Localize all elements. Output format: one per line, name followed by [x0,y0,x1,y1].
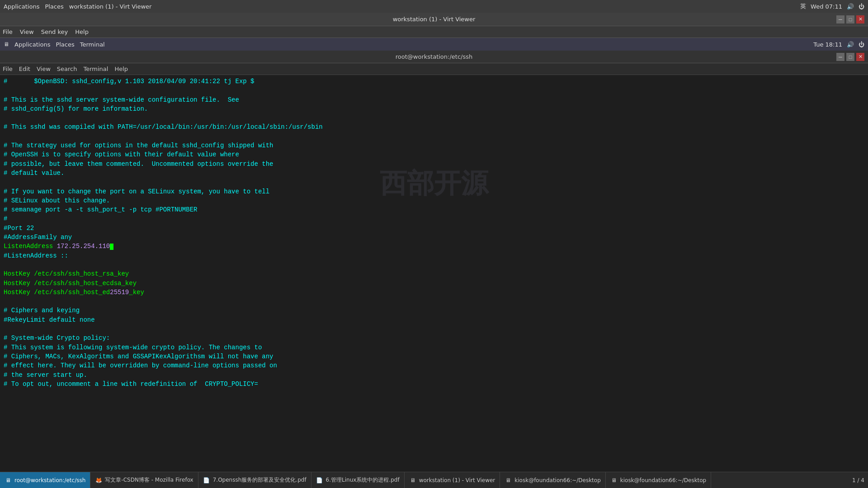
vm-power-icon[interactable]: ⏻ [859,41,864,48]
terminal-line-26: # Ciphers and keying [4,306,864,315]
virt-titlebar: workstation (1) - Virt Viewer ─ □ ✕ [0,13,868,26]
vm-applications-label[interactable]: Applications [14,41,50,48]
terminal-menu-search[interactable]: Search [57,66,77,72]
virt-window-title: workstation (1) - Virt Viewer [393,16,476,23]
terminal-menu-help[interactable]: Help [114,66,128,72]
terminal-line-8: # The strategy used for options in the d… [4,141,864,150]
terminal-line-17: #Port 22 [4,224,864,233]
taskbar-item-firefox[interactable]: 🦊 写文章-CSDN博客 - Mozilla Firefox [90,472,198,488]
terminal-line-31: # Ciphers, MACs, KexAlgoritms and GSSAPI… [4,352,864,361]
taskbar-kiosk1-label: kiosk@foundation66:~/Desktop [514,477,600,483]
terminal-titlebar-controls: ─ □ ✕ [836,53,864,61]
terminal-line-2 [4,86,864,95]
system-bar: Applications Places workstation (1) - Vi… [0,0,868,13]
virt-menu-view[interactable]: View [20,28,34,35]
terminal-line-6: # This sshd was compiled with PATH=/usr/… [4,122,864,131]
terminal-content[interactable]: 西部开源 # $OpenBSD: sshd_config,v 1.103 201… [0,75,868,472]
taskbar-item-pdf2[interactable]: 📄 6.管理Linux系统中的进程.pdf [311,472,405,488]
firefox-taskbar-icon: 🦊 [95,477,102,484]
virt-taskbar-icon: 🖥 [409,477,416,484]
terminal-line-11: # default value. [4,169,864,178]
terminal-line-9: # OpenSSH is to specify options with the… [4,150,864,159]
virt-menu-sendkey[interactable]: Send key [41,28,68,35]
terminal-minimize-button[interactable]: ─ [836,53,844,61]
terminal-line-30: # This system is following system-wide c… [4,343,864,352]
kiosk1-taskbar-icon: 🖥 [505,477,512,484]
system-datetime: Wed 07:11 [811,3,842,10]
system-power-icon[interactable]: ⏻ [859,3,864,10]
taskbar-pdf2-label: 6.管理Linux系统中的进程.pdf [326,476,400,484]
system-sound-icon[interactable]: 🔊 [847,3,854,10]
virt-close-button[interactable]: ✕ [856,15,864,23]
virt-menubar: File View Send key Help [0,26,868,38]
terminal-line-23: HostKey /etc/ssh/ssh_host_ecdsa_key [4,279,864,288]
terminal-title: root@workstation:/etc/ssh [396,53,472,60]
vm-toolbar-left: 🖥 Applications Places Terminal [4,41,105,48]
terminal-titlebar: root@workstation:/etc/ssh ─ □ ✕ [0,51,868,63]
vm-places-label[interactable]: Places [56,41,74,48]
terminal-line-4: # sshd_config(5) for more information. [4,104,864,113]
kiosk2-taskbar-icon: 🖥 [610,477,618,484]
terminal-close-button[interactable]: ✕ [856,53,864,61]
system-title: workstation (1) - Virt Viewer [69,3,152,10]
terminal-line-15: # semanage port -a -t ssh_port_t -p tcp … [4,205,864,214]
taskbar-firefox-label: 写文章-CSDN博客 - Mozilla Firefox [105,476,193,484]
terminal-line-19: ListenAddress 172.25.254.110 [4,242,864,251]
terminal-line-7 [4,132,864,141]
terminal-line-1: # $OpenBSD: sshd_config,v 1.103 2018/04/… [4,77,864,86]
terminal-line-13: # If you want to change the port on a SE… [4,187,864,196]
terminal-line-33: # the server start up. [4,371,864,380]
system-bar-right: 英 Wed 07:11 🔊 ⏻ [800,2,864,10]
terminal-taskbar-icon: 🖥 [5,477,12,484]
taskbar-item-terminal[interactable]: 🖥 root@workstation:/etc/ssh [0,472,90,488]
vm-applications-icon: 🖥 [4,41,9,47]
taskbar-terminal-label: root@workstation:/etc/ssh [14,477,85,483]
system-lang: 英 [800,2,806,10]
taskbar-page-indicator: 1 / 4 [852,477,864,483]
taskbar-item-kiosk1[interactable]: 🖥 kiosk@foundation66:~/Desktop [500,472,605,488]
terminal-line-14: # SELinux about this change. [4,196,864,205]
virt-menu-file[interactable]: File [3,28,13,35]
taskbar-kiosk2-label: kiosk@foundation66:~/Desktop [620,477,706,483]
system-applications-menu[interactable]: Applications [4,3,39,10]
vm-terminal-label[interactable]: Terminal [80,41,105,48]
taskbar-item-pdf1[interactable]: 📄 7.Openssh服务的部署及安全优化.pdf [198,472,311,488]
taskbar-item-virt[interactable]: 🖥 workstation (1) - Virt Viewer [405,472,500,488]
terminal-line-28 [4,324,864,333]
terminal-menu-file[interactable]: File [3,66,13,72]
system-places-menu[interactable]: Places [45,3,63,10]
virt-maximize-button[interactable]: □ [846,15,854,23]
terminal-menubar: File Edit View Search Terminal Help [0,63,868,75]
terminal-menu-terminal[interactable]: Terminal [83,66,108,72]
vm-content: 🖥 Applications Places Terminal Tue 18:11… [0,38,868,488]
virt-viewer-window: workstation (1) - Virt Viewer ─ □ ✕ File… [0,13,868,488]
terminal-line-21 [4,260,864,269]
vm-toolbar-right: Tue 18:11 🔊 ⏻ [813,41,864,48]
taskbar: 🖥 root@workstation:/etc/ssh 🦊 写文章-CSDN博客… [0,472,868,488]
pdf1-taskbar-icon: 📄 [203,477,210,484]
terminal-window: root@workstation:/etc/ssh ─ □ ✕ File Edi… [0,51,868,488]
vm-toolbar: 🖥 Applications Places Terminal Tue 18:11… [0,38,868,51]
vm-sound-icon[interactable]: 🔊 [847,41,854,48]
terminal-line-34: # To opt out, uncomment a line with rede… [4,380,864,389]
terminal-line-12 [4,178,864,187]
system-bar-left: Applications Places workstation (1) - Vi… [4,3,151,10]
virt-menu-help[interactable]: Help [75,28,89,35]
taskbar-pdf1-label: 7.Openssh服务的部署及安全优化.pdf [213,476,307,484]
terminal-menu-edit[interactable]: Edit [19,66,30,72]
terminal-line-10: # possible, but leave them commented. Un… [4,160,864,169]
virt-titlebar-controls: ─ □ ✕ [836,15,864,23]
pdf2-taskbar-icon: 📄 [316,477,323,484]
terminal-maximize-button[interactable]: □ [846,53,854,61]
taskbar-item-kiosk2[interactable]: 🖥 kiosk@foundation66:~/Desktop [606,472,711,488]
terminal-line-20: #ListenAddress :: [4,251,864,260]
terminal-line-22: HostKey /etc/ssh/ssh_host_rsa_key [4,269,864,278]
terminal-line-29: # System-wide Crypto policy: [4,333,864,343]
vm-time: Tue 18:11 [813,41,842,48]
virt-minimize-button[interactable]: ─ [836,15,844,23]
taskbar-virt-label: workstation (1) - Virt Viewer [419,477,495,483]
terminal-line-16: # [4,214,864,223]
terminal-menu-view[interactable]: View [37,66,51,72]
terminal-line-5 [4,113,864,122]
terminal-line-18: #AddressFamily any [4,233,864,242]
